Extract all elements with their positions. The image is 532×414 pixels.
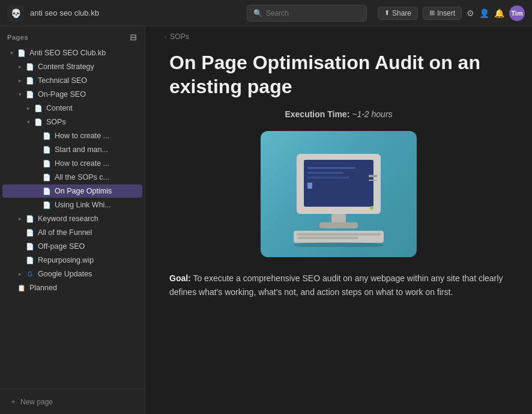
cs-label: Content Strategy	[38, 62, 94, 71]
breadcrumb-arrow: ‹	[165, 34, 166, 40]
opo-label: On Page Optimis	[55, 187, 112, 195]
ulw-icon: 📄	[42, 200, 52, 210]
notification-icon[interactable]: 🔔	[494, 8, 504, 18]
svg-point-13	[370, 206, 373, 210]
gu-arrow: ▸	[16, 270, 24, 278]
sidebar-item-using-link-whi[interactable]: 📄 Using Link Whi...	[2, 198, 142, 212]
sidebar-item-start-and-man[interactable]: 📄 Start and man...	[2, 143, 142, 156]
breadcrumb-parent[interactable]: SOPs	[170, 32, 189, 41]
opo-icon: 📄	[42, 186, 52, 196]
execution-time: Execution Time: ~1-2 hours	[169, 109, 508, 119]
sidebar-item-how-to-create-2[interactable]: 📄 How to create ...	[2, 157, 142, 170]
sidebar-item-content[interactable]: ▸ 📄 Content	[2, 102, 142, 115]
sidebar-item-planned[interactable]: 📋 Planned	[2, 281, 142, 294]
share-button[interactable]: ⬆ Share	[378, 7, 418, 20]
content-arrow: ▸	[24, 104, 32, 112]
sidebar-toggle-icon[interactable]: ⊟	[130, 32, 138, 42]
aof-label: All of the Funnel	[38, 228, 92, 237]
opo-arrow	[32, 187, 41, 195]
svg-rect-9	[297, 233, 381, 236]
sidebar-item-root[interactable]: ▾ 📄 Anti SEO SEO Club.kb	[2, 46, 142, 59]
execution-value: ~1-2 hours	[352, 109, 392, 119]
kr-arrow: ▸	[16, 215, 24, 223]
cs-icon: 📄	[25, 62, 35, 72]
sidebar-item-all-sops[interactable]: 📄 All the SOPs c...	[2, 171, 142, 184]
rep-label: Repurposing.wip	[38, 256, 94, 264]
off-arrow	[16, 242, 24, 251]
sidebar-header: Pages ⊟	[0, 26, 145, 46]
page-title: On Page Optimisation Audit on an existin…	[169, 50, 508, 99]
new-page-button[interactable]: ＋ New page	[7, 394, 138, 409]
settings-icon[interactable]: ⚙	[467, 8, 474, 18]
ts-arrow: ▸	[16, 76, 24, 85]
svg-rect-11	[369, 175, 377, 177]
content-area: ‹ SOPs On Page Optimisation Audit on an …	[145, 26, 532, 414]
htc1-arrow	[32, 132, 41, 140]
avatar[interactable]: Tim	[509, 5, 525, 21]
root-label: Anti SEO SEO Club.kb	[29, 49, 106, 57]
ulw-arrow	[32, 201, 41, 209]
sidebar-item-how-to-create-1[interactable]: 📄 How to create ...	[2, 129, 142, 142]
search-bar[interactable]: 🔍	[247, 5, 367, 22]
ulw-label: Using Link Whi...	[55, 201, 111, 209]
sam-label: Start and man...	[55, 145, 108, 154]
profile-icon[interactable]: 👤	[479, 8, 489, 18]
new-page-label: New page	[20, 398, 53, 406]
svg-point-14	[294, 242, 384, 247]
sops-label: SOPs	[46, 118, 66, 126]
svg-rect-5	[307, 183, 312, 189]
sidebar-item-keyword-research[interactable]: ▸ 📄 Keyword research	[2, 212, 142, 225]
root-arrow: ▾	[7, 49, 16, 57]
rep-icon: 📄	[25, 255, 35, 265]
sidebar-item-off-page-seo[interactable]: 📄 Off-page SEO	[2, 240, 142, 253]
ats-label: All the SOPs c...	[55, 173, 109, 181]
ts-label: Technical SEO	[38, 76, 87, 85]
execution-label: Execution Time:	[285, 109, 349, 119]
htc2-arrow	[32, 159, 41, 168]
search-input[interactable]	[266, 9, 360, 17]
sidebar-item-content-strategy[interactable]: ▸ 📄 Content Strategy	[2, 60, 142, 73]
sam-arrow	[32, 145, 41, 154]
svg-rect-6	[331, 214, 346, 224]
sam-icon: 📄	[42, 145, 52, 154]
kr-icon: 📄	[25, 214, 35, 224]
off-icon: 📄	[25, 242, 35, 251]
sidebar-item-on-page-seo[interactable]: ▾ 📄 On-Page SEO	[2, 88, 142, 101]
search-icon: 🔍	[253, 9, 262, 17]
sidebar-item-on-page-optimis[interactable]: 📄 On Page Optimis	[2, 184, 142, 198]
insert-icon: ⊞	[429, 9, 435, 17]
content-body: On Page Optimisation Audit on an existin…	[145, 43, 532, 323]
ts-icon: 📄	[25, 76, 35, 85]
plus-icon: ＋	[10, 397, 17, 407]
sidebar-item-all-of-funnel[interactable]: 📄 All of the Funnel	[2, 226, 142, 239]
sidebar-item-sops[interactable]: ▾ 📄 SOPs	[2, 115, 142, 129]
sidebar-item-technical-seo[interactable]: ▸ 📄 Technical SEO	[2, 74, 142, 87]
goal-section: Goal: To execute a comprehensive SEO aud…	[169, 272, 508, 299]
gu-label: Google Updates	[38, 270, 92, 278]
pl-icon: 📋	[17, 283, 26, 293]
sidebar-item-repurposing[interactable]: 📄 Repurposing.wip	[2, 254, 142, 267]
computer-illustration	[261, 131, 417, 257]
pl-arrow	[7, 284, 16, 292]
off-label: Off-page SEO	[38, 242, 85, 251]
aof-icon: 📄	[25, 228, 35, 237]
ops-label: On-Page SEO	[38, 90, 86, 99]
ops-icon: 📄	[25, 90, 35, 99]
ats-icon: 📄	[42, 172, 52, 182]
svg-rect-12	[369, 180, 377, 181]
goal-label: Goal:	[169, 273, 191, 283]
insert-button[interactable]: ⊞ Insert	[423, 7, 462, 20]
sidebar-item-google-updates[interactable]: ▸ G Google Updates	[2, 267, 142, 281]
topbar: 💀 anti seo seo club.kb 🔍 ⬆ Share ⊞ Inser…	[0, 0, 532, 26]
svg-rect-1	[304, 160, 373, 207]
content-label: Content	[46, 104, 73, 112]
rep-arrow	[16, 256, 24, 264]
htc1-label: How to create ...	[55, 132, 109, 140]
svg-rect-3	[307, 172, 343, 174]
content-icon: 📄	[34, 103, 43, 113]
htc2-label: How to create ...	[55, 159, 109, 168]
aof-arrow	[16, 228, 24, 237]
pl-label: Planned	[29, 284, 57, 292]
main-layout: Pages ⊟ ▾ 📄 Anti SEO SEO Club.kb ▸ 📄 Con…	[0, 26, 532, 414]
share-icon: ⬆	[384, 9, 390, 17]
